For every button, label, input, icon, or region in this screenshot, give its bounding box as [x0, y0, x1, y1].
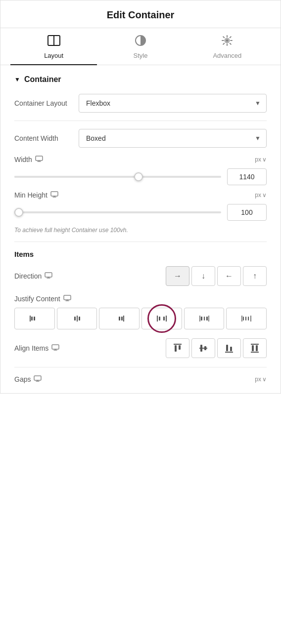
width-slider-track[interactable]: [14, 176, 221, 178]
container-layout-select[interactable]: Flexbox Grid: [79, 94, 267, 113]
direction-down-button[interactable]: ↓: [191, 266, 215, 286]
align-btn-group: [166, 338, 267, 358]
container-title-text: Container: [24, 75, 61, 84]
width-unit-label: px ∨: [255, 156, 267, 163]
svg-rect-41: [226, 345, 228, 351]
svg-rect-46: [256, 345, 258, 351]
justify-btn-group-wrapper: [14, 308, 267, 329]
svg-rect-21: [163, 317, 165, 321]
direction-btn-group: → ↓ ← ↑: [166, 266, 267, 286]
direction-label: Direction: [14, 272, 166, 280]
svg-rect-5: [36, 156, 43, 161]
svg-rect-20: [159, 317, 160, 321]
container-layout-select-wrapper: Flexbox Grid ▼: [79, 94, 267, 113]
direction-monitor-icon: [45, 272, 52, 280]
svg-rect-14: [79, 317, 80, 321]
container-section-title: ▼ Container: [14, 75, 267, 84]
direction-right-button[interactable]: →: [166, 266, 189, 286]
svg-rect-31: [248, 317, 249, 321]
svg-rect-7: [45, 273, 52, 277]
items-section-title: Items: [14, 250, 267, 258]
svg-rect-16: [119, 317, 120, 321]
direction-left-button[interactable]: ←: [217, 266, 241, 286]
container-layout-label: Container Layout: [14, 99, 79, 107]
min-height-slider-row: 100: [14, 204, 267, 221]
svg-rect-45: [252, 345, 254, 351]
min-height-unit-label: px ∨: [255, 192, 267, 199]
svg-rect-35: [175, 345, 177, 352]
align-middle-button[interactable]: [191, 338, 215, 358]
tab-advanced-label: Advanced: [213, 52, 241, 59]
justify-content-label: Justify Content: [14, 295, 71, 303]
gaps-monitor-icon: [34, 375, 42, 383]
svg-rect-10: [31, 317, 33, 321]
width-unit-chevron: ∨: [262, 156, 267, 163]
justify-start-button[interactable]: [14, 308, 55, 329]
svg-rect-17: [121, 317, 123, 321]
justify-space-evenly-button[interactable]: [226, 308, 267, 329]
svg-rect-30: [245, 317, 246, 321]
width-number-input[interactable]: 1140: [227, 168, 267, 185]
panel-header: Edit Container: [0, 0, 281, 28]
min-height-monitor-icon: [50, 191, 58, 199]
justify-content-field: Justify Content: [14, 295, 267, 329]
svg-rect-38: [200, 345, 202, 352]
justify-space-around-button[interactable]: [184, 308, 225, 329]
svg-rect-33: [52, 345, 59, 349]
justify-space-between-button[interactable]: [141, 308, 182, 329]
justify-monitor-icon: [63, 295, 71, 303]
svg-rect-47: [34, 376, 41, 380]
container-layout-field: Container Layout Flexbox Grid ▼: [14, 94, 267, 113]
tab-layout[interactable]: Layout: [10, 28, 97, 65]
align-bottom-button[interactable]: [217, 338, 241, 358]
tab-style-label: Style: [134, 52, 148, 59]
width-label-row: Width px ∨: [14, 156, 267, 163]
svg-rect-25: [204, 317, 205, 321]
panel-content: ▼ Container Container Layout Flexbox Gri…: [0, 65, 281, 393]
svg-rect-36: [179, 345, 181, 350]
min-height-unit-chevron: ∨: [262, 192, 267, 199]
width-label: Width: [14, 156, 255, 163]
divider-3: [14, 367, 267, 367]
svg-rect-13: [74, 317, 76, 321]
section-arrow-icon: ▼: [14, 76, 20, 83]
min-height-number-input[interactable]: 100: [227, 204, 267, 221]
gaps-unit-label: px ∨: [255, 376, 267, 383]
tabs-bar: Layout Style Advanced: [0, 28, 281, 65]
align-top-button[interactable]: [166, 338, 189, 358]
width-slider-thumb[interactable]: [134, 172, 143, 181]
edit-container-panel: Edit Container Layout Style: [0, 0, 281, 394]
tab-style[interactable]: Style: [97, 28, 184, 65]
svg-rect-29: [243, 317, 244, 321]
align-items-label: Align Items: [14, 344, 166, 352]
divider-2: [14, 242, 267, 242]
gaps-label: Gaps: [14, 375, 255, 383]
hint-text: To achieve full height Container use 100…: [14, 227, 267, 234]
justify-center-button[interactable]: [57, 308, 97, 329]
justify-btn-group: [14, 308, 267, 329]
content-width-select-wrapper: Boxed Full Width ▼: [79, 129, 267, 148]
svg-rect-24: [201, 317, 202, 321]
direction-up-button[interactable]: ↑: [243, 266, 267, 286]
svg-point-3: [226, 39, 229, 42]
justify-content-label-row: Justify Content: [14, 295, 267, 303]
style-icon: [135, 35, 146, 49]
content-width-label: Content Width: [14, 134, 79, 142]
align-monitor-icon: [51, 344, 59, 352]
min-height-label-row: Min Height px ∨: [14, 191, 267, 199]
content-width-select[interactable]: Boxed Full Width: [79, 129, 267, 148]
tab-advanced[interactable]: Advanced: [184, 28, 271, 65]
min-height-slider-track[interactable]: [14, 211, 221, 213]
divider-1: [14, 121, 267, 121]
align-stretch-button[interactable]: [243, 338, 267, 358]
svg-rect-8: [64, 295, 71, 300]
width-monitor-icon: [35, 156, 43, 163]
justify-end-button[interactable]: [99, 308, 140, 329]
advanced-icon: [222, 35, 233, 49]
width-slider-fill: [14, 176, 139, 178]
tab-layout-label: Layout: [44, 52, 63, 59]
gaps-field: Gaps px ∨: [14, 375, 267, 383]
panel-title: Edit Container: [10, 9, 271, 21]
svg-rect-6: [51, 192, 58, 196]
min-height-slider-thumb[interactable]: [14, 208, 23, 217]
